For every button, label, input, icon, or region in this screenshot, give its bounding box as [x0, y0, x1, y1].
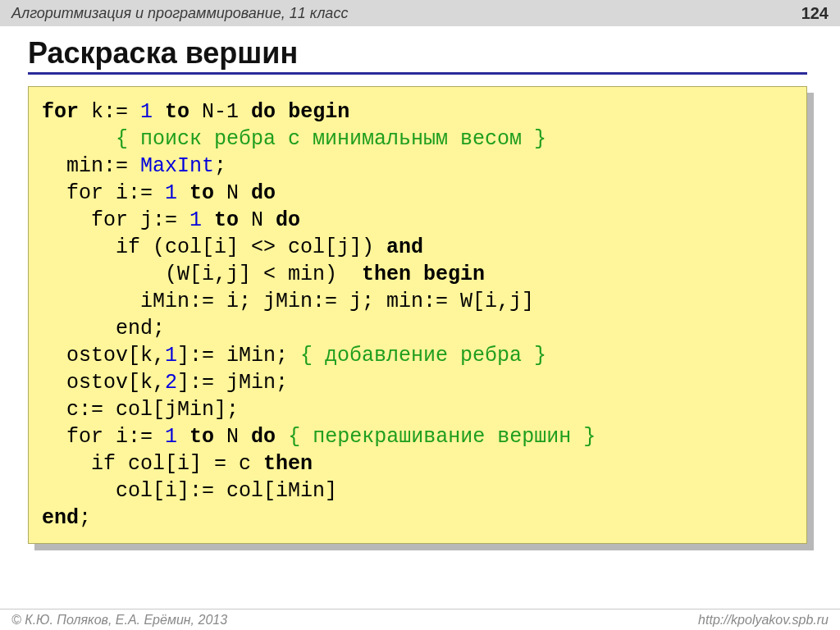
- course-title: Алгоритмизация и программирование, 11 кл…: [11, 5, 348, 22]
- code-block: for k:= 1 to N-1 do begin { поиск ребра …: [28, 86, 807, 544]
- maxint: MaxInt: [140, 154, 214, 178]
- code-content: for k:= 1 to N-1 do begin { поиск ребра …: [42, 98, 793, 532]
- comment-recolor: { перекрашивание вершин }: [288, 425, 596, 449]
- page-number: 124: [801, 4, 829, 23]
- copyright: © К.Ю. Поляков, Е.А. Ерёмин, 2013: [11, 613, 227, 628]
- kw-for: for: [42, 100, 79, 124]
- header-bar: Алгоритмизация и программирование, 11 кл…: [0, 0, 840, 26]
- url: http://kpolyakov.spb.ru: [698, 613, 829, 628]
- comment-add: { добавление ребра }: [300, 344, 546, 368]
- num-1: 1: [140, 100, 153, 124]
- slide-title: Раскраска вершин: [28, 36, 807, 75]
- code-surface: for k:= 1 to N-1 do begin { поиск ребра …: [28, 86, 807, 544]
- footer: © К.Ю. Поляков, Е.А. Ерёмин, 2013 http:/…: [0, 609, 840, 630]
- comment-search: { поиск ребра с минимальным весом }: [116, 127, 546, 151]
